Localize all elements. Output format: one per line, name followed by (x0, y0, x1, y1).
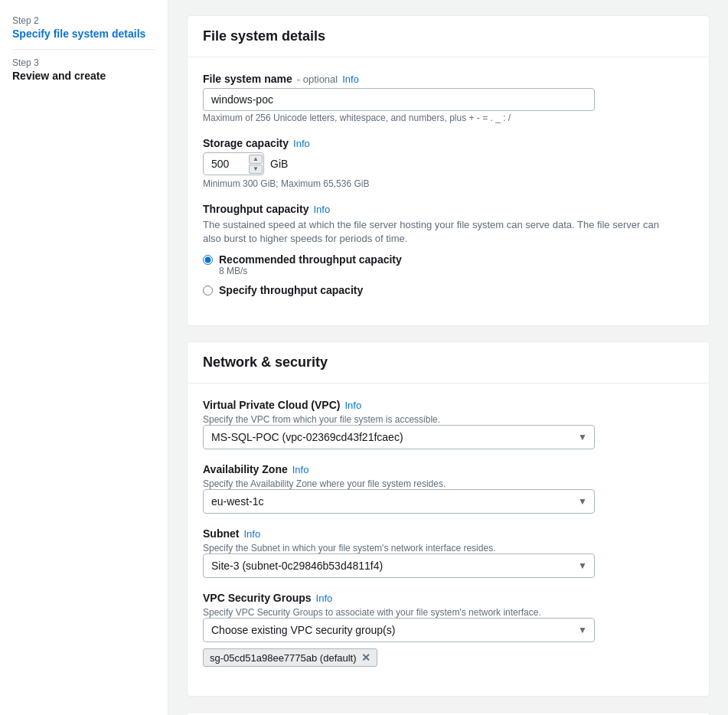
sidebar: Step 2 Specify file system details Step … (0, 0, 168, 715)
vpc-security-groups-tags: sg-05cd51a98ee7775ab (default) ✕ (203, 648, 694, 667)
throughput-capacity-group: Throughput capacity Info The sustained s… (203, 203, 694, 296)
vpc-security-groups-label: VPC Security Groups Info (203, 592, 694, 604)
vpc-description: Specify the VPC from which your file sys… (203, 414, 694, 425)
throughput-option-specify[interactable]: Specify throughput capacity (203, 284, 694, 296)
file-system-details-header: File system details (188, 16, 709, 57)
throughput-radio-specify[interactable] (203, 286, 213, 295)
vpc-security-groups-select[interactable]: Choose existing VPC security group(s) (203, 618, 595, 642)
file-system-name-input[interactable] (203, 88, 595, 111)
subnet-info[interactable]: Info (243, 528, 260, 540)
availability-zone-group: Availability Zone Info Specify the Avail… (203, 463, 694, 514)
throughput-option-recommended[interactable]: Recommended throughput capacity 8 MB/s (203, 253, 694, 276)
storage-spinners: ▲ ▼ (249, 155, 263, 174)
network-security-body: Virtual Private Cloud (VPC) Info Specify… (188, 384, 709, 696)
storage-capacity-row: ▲ ▼ GiB (203, 152, 694, 175)
subnet-description: Specify the Subnet in which your file sy… (203, 543, 694, 553)
storage-capacity-hint: Minimum 300 GiB; Maximum 65,536 GiB (203, 178, 694, 189)
step3-label: Step 3 (12, 57, 155, 68)
availability-zone-select-wrapper: eu-west-1c ▼ (203, 489, 595, 514)
security-group-tag-label: sg-05cd51a98ee7775ab (default) (210, 652, 357, 664)
throughput-recommended-sublabel: 8 MB/s (219, 266, 402, 276)
vpc-security-groups-info[interactable]: Info (316, 593, 333, 604)
security-group-tag: sg-05cd51a98ee7775ab (default) ✕ (203, 648, 377, 667)
vpc-group: Virtual Private Cloud (VPC) Info Specify… (203, 399, 694, 449)
security-group-tag-remove[interactable]: ✕ (361, 651, 371, 664)
throughput-capacity-label: Throughput capacity Info (203, 203, 694, 215)
file-system-details-card: File system details File system name - o… (187, 15, 710, 326)
main-content: File system details File system name - o… (168, 0, 728, 715)
subnet-label: Subnet Info (203, 527, 694, 540)
file-system-details-title: File system details (203, 28, 694, 44)
step2-label: Step 2 (12, 15, 155, 26)
subnet-select-wrapper: Site-3 (subnet-0c29846b53d4811f4) ▼ (203, 553, 595, 578)
step3-title: Review and create (12, 70, 155, 82)
throughput-capacity-info[interactable]: Info (313, 204, 330, 215)
vpc-security-groups-description: Specify VPC Security Groups to associate… (203, 607, 694, 618)
storage-decrement-button[interactable]: ▼ (249, 165, 263, 174)
storage-capacity-group: Storage capacity Info ▲ ▼ GiB Minimum 30… (203, 137, 694, 189)
vpc-label: Virtual Private Cloud (VPC) Info (203, 399, 694, 411)
subnet-group: Subnet Info Specify the Subnet in which … (203, 527, 694, 578)
storage-increment-button[interactable]: ▲ (249, 155, 263, 164)
throughput-radio-recommended[interactable] (203, 255, 213, 265)
file-system-name-group: File system name - optional Info Maximum… (203, 73, 694, 123)
network-security-title: Network & security (203, 354, 694, 371)
file-system-name-label: File system name - optional Info (203, 73, 694, 85)
throughput-recommended-label: Recommended throughput capacity (219, 253, 402, 266)
network-security-card: Network & security Virtual Private Cloud… (187, 341, 710, 697)
vpc-security-groups-group: VPC Security Groups Info Specify VPC Sec… (203, 592, 694, 667)
availability-zone-info[interactable]: Info (292, 464, 309, 475)
storage-capacity-input-wrapper: ▲ ▼ (203, 152, 264, 175)
vpc-security-groups-select-wrapper: Choose existing VPC security group(s) ▼ (203, 618, 595, 642)
vpc-select-wrapper: MS-SQL-POC (vpc-02369cd43f21fcaec) ▼ (203, 425, 595, 449)
network-security-header: Network & security (188, 342, 709, 384)
vpc-info[interactable]: Info (344, 400, 361, 411)
availability-zone-select[interactable]: eu-west-1c (203, 489, 595, 514)
throughput-radio-group: Recommended throughput capacity 8 MB/s S… (203, 253, 694, 296)
availability-zone-label: Availability Zone Info (203, 463, 694, 475)
windows-authentication-card: Windows authentication Microsoft Active … (187, 712, 710, 715)
subnet-select[interactable]: Site-3 (subnet-0c29846b53d4811f4) (203, 553, 595, 578)
step2-title: Specify file system details (12, 28, 155, 40)
throughput-option-specify-content: Specify throughput capacity (219, 284, 363, 296)
storage-unit: GiB (270, 158, 288, 170)
file-system-details-body: File system name - optional Info Maximum… (188, 57, 709, 325)
vpc-select[interactable]: MS-SQL-POC (vpc-02369cd43f21fcaec) (203, 425, 595, 449)
throughput-capacity-desc: The sustained speed at which the file se… (203, 218, 662, 246)
availability-zone-description: Specify the Availability Zone where your… (203, 478, 694, 489)
throughput-option-recommended-content: Recommended throughput capacity 8 MB/s (219, 253, 402, 276)
file-system-name-hint: Maximum of 256 Unicode letters, whitespa… (203, 113, 694, 123)
storage-capacity-info[interactable]: Info (293, 138, 310, 149)
throughput-specify-label: Specify throughput capacity (219, 284, 363, 296)
storage-capacity-label: Storage capacity Info (203, 137, 694, 149)
file-system-name-info[interactable]: Info (342, 73, 359, 85)
sidebar-divider (12, 49, 155, 50)
